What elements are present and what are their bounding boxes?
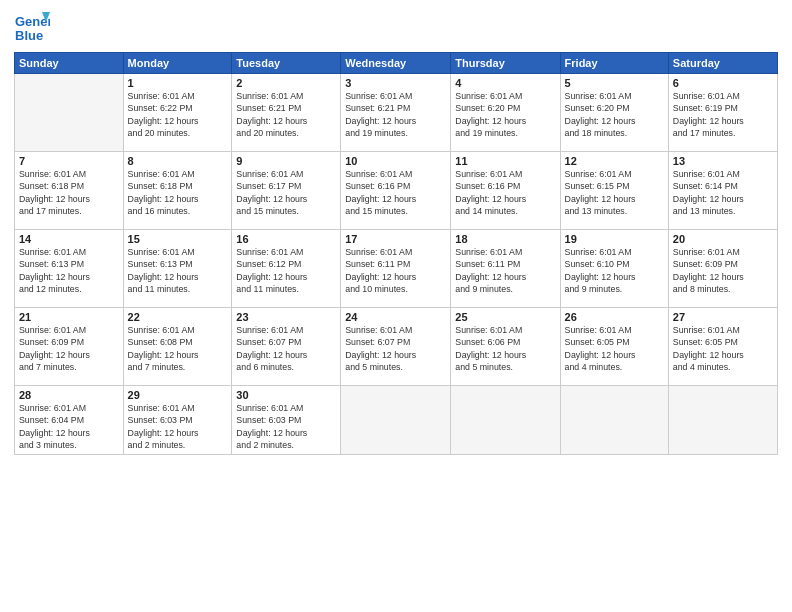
day-info: Sunrise: 6:01 AM Sunset: 6:03 PM Dayligh… [128, 402, 228, 451]
calendar-cell: 1Sunrise: 6:01 AM Sunset: 6:22 PM Daylig… [123, 74, 232, 152]
calendar-cell [451, 386, 560, 455]
calendar-cell [15, 74, 124, 152]
calendar-cell [341, 386, 451, 455]
calendar-cell: 7Sunrise: 6:01 AM Sunset: 6:18 PM Daylig… [15, 152, 124, 230]
day-number: 16 [236, 233, 336, 245]
day-of-week-header: Wednesday [341, 53, 451, 74]
day-info: Sunrise: 6:01 AM Sunset: 6:17 PM Dayligh… [236, 168, 336, 217]
day-info: Sunrise: 6:01 AM Sunset: 6:07 PM Dayligh… [345, 324, 446, 373]
calendar-cell: 28Sunrise: 6:01 AM Sunset: 6:04 PM Dayli… [15, 386, 124, 455]
day-number: 15 [128, 233, 228, 245]
calendar-cell: 6Sunrise: 6:01 AM Sunset: 6:19 PM Daylig… [668, 74, 777, 152]
day-info: Sunrise: 6:01 AM Sunset: 6:05 PM Dayligh… [565, 324, 664, 373]
day-info: Sunrise: 6:01 AM Sunset: 6:03 PM Dayligh… [236, 402, 336, 451]
day-number: 9 [236, 155, 336, 167]
day-number: 24 [345, 311, 446, 323]
day-info: Sunrise: 6:01 AM Sunset: 6:13 PM Dayligh… [128, 246, 228, 295]
day-number: 22 [128, 311, 228, 323]
day-number: 7 [19, 155, 119, 167]
day-info: Sunrise: 6:01 AM Sunset: 6:18 PM Dayligh… [19, 168, 119, 217]
calendar-cell: 4Sunrise: 6:01 AM Sunset: 6:20 PM Daylig… [451, 74, 560, 152]
day-number: 28 [19, 389, 119, 401]
day-number: 27 [673, 311, 773, 323]
day-of-week-header: Thursday [451, 53, 560, 74]
day-of-week-header: Sunday [15, 53, 124, 74]
calendar-cell: 5Sunrise: 6:01 AM Sunset: 6:20 PM Daylig… [560, 74, 668, 152]
calendar-cell: 14Sunrise: 6:01 AM Sunset: 6:13 PM Dayli… [15, 230, 124, 308]
calendar-table: SundayMondayTuesdayWednesdayThursdayFrid… [14, 52, 778, 455]
day-of-week-header: Tuesday [232, 53, 341, 74]
day-number: 4 [455, 77, 555, 89]
calendar-cell [668, 386, 777, 455]
calendar-cell: 24Sunrise: 6:01 AM Sunset: 6:07 PM Dayli… [341, 308, 451, 386]
day-number: 19 [565, 233, 664, 245]
day-number: 11 [455, 155, 555, 167]
day-number: 6 [673, 77, 773, 89]
calendar-cell: 20Sunrise: 6:01 AM Sunset: 6:09 PM Dayli… [668, 230, 777, 308]
day-number: 1 [128, 77, 228, 89]
calendar-cell: 18Sunrise: 6:01 AM Sunset: 6:11 PM Dayli… [451, 230, 560, 308]
calendar-cell: 2Sunrise: 6:01 AM Sunset: 6:21 PM Daylig… [232, 74, 341, 152]
day-info: Sunrise: 6:01 AM Sunset: 6:20 PM Dayligh… [455, 90, 555, 139]
day-of-week-header: Saturday [668, 53, 777, 74]
day-number: 14 [19, 233, 119, 245]
calendar-cell: 13Sunrise: 6:01 AM Sunset: 6:14 PM Dayli… [668, 152, 777, 230]
day-info: Sunrise: 6:01 AM Sunset: 6:15 PM Dayligh… [565, 168, 664, 217]
day-info: Sunrise: 6:01 AM Sunset: 6:19 PM Dayligh… [673, 90, 773, 139]
day-info: Sunrise: 6:01 AM Sunset: 6:21 PM Dayligh… [345, 90, 446, 139]
day-of-week-header: Friday [560, 53, 668, 74]
calendar-cell: 29Sunrise: 6:01 AM Sunset: 6:03 PM Dayli… [123, 386, 232, 455]
calendar-cell: 27Sunrise: 6:01 AM Sunset: 6:05 PM Dayli… [668, 308, 777, 386]
day-number: 29 [128, 389, 228, 401]
day-info: Sunrise: 6:01 AM Sunset: 6:11 PM Dayligh… [455, 246, 555, 295]
calendar-cell: 26Sunrise: 6:01 AM Sunset: 6:05 PM Dayli… [560, 308, 668, 386]
day-number: 20 [673, 233, 773, 245]
calendar-cell: 15Sunrise: 6:01 AM Sunset: 6:13 PM Dayli… [123, 230, 232, 308]
calendar-cell: 3Sunrise: 6:01 AM Sunset: 6:21 PM Daylig… [341, 74, 451, 152]
day-number: 13 [673, 155, 773, 167]
logo-svg: General Blue [14, 10, 50, 46]
day-info: Sunrise: 6:01 AM Sunset: 6:21 PM Dayligh… [236, 90, 336, 139]
day-of-week-header: Monday [123, 53, 232, 74]
calendar-cell [560, 386, 668, 455]
day-info: Sunrise: 6:01 AM Sunset: 6:14 PM Dayligh… [673, 168, 773, 217]
day-info: Sunrise: 6:01 AM Sunset: 6:09 PM Dayligh… [19, 324, 119, 373]
calendar-cell: 10Sunrise: 6:01 AM Sunset: 6:16 PM Dayli… [341, 152, 451, 230]
calendar-cell: 23Sunrise: 6:01 AM Sunset: 6:07 PM Dayli… [232, 308, 341, 386]
calendar-cell: 22Sunrise: 6:01 AM Sunset: 6:08 PM Dayli… [123, 308, 232, 386]
day-number: 18 [455, 233, 555, 245]
day-info: Sunrise: 6:01 AM Sunset: 6:04 PM Dayligh… [19, 402, 119, 451]
day-number: 8 [128, 155, 228, 167]
calendar-cell: 17Sunrise: 6:01 AM Sunset: 6:11 PM Dayli… [341, 230, 451, 308]
day-info: Sunrise: 6:01 AM Sunset: 6:22 PM Dayligh… [128, 90, 228, 139]
day-number: 5 [565, 77, 664, 89]
day-info: Sunrise: 6:01 AM Sunset: 6:11 PM Dayligh… [345, 246, 446, 295]
day-number: 12 [565, 155, 664, 167]
page-header: General Blue [14, 10, 778, 46]
day-number: 25 [455, 311, 555, 323]
day-info: Sunrise: 6:01 AM Sunset: 6:12 PM Dayligh… [236, 246, 336, 295]
day-number: 26 [565, 311, 664, 323]
day-info: Sunrise: 6:01 AM Sunset: 6:16 PM Dayligh… [455, 168, 555, 217]
day-info: Sunrise: 6:01 AM Sunset: 6:07 PM Dayligh… [236, 324, 336, 373]
day-info: Sunrise: 6:01 AM Sunset: 6:08 PM Dayligh… [128, 324, 228, 373]
day-number: 23 [236, 311, 336, 323]
calendar-cell: 16Sunrise: 6:01 AM Sunset: 6:12 PM Dayli… [232, 230, 341, 308]
day-info: Sunrise: 6:01 AM Sunset: 6:20 PM Dayligh… [565, 90, 664, 139]
day-info: Sunrise: 6:01 AM Sunset: 6:09 PM Dayligh… [673, 246, 773, 295]
day-info: Sunrise: 6:01 AM Sunset: 6:10 PM Dayligh… [565, 246, 664, 295]
day-number: 30 [236, 389, 336, 401]
day-number: 3 [345, 77, 446, 89]
logo: General Blue [14, 10, 50, 46]
calendar-cell: 9Sunrise: 6:01 AM Sunset: 6:17 PM Daylig… [232, 152, 341, 230]
calendar-cell: 8Sunrise: 6:01 AM Sunset: 6:18 PM Daylig… [123, 152, 232, 230]
calendar-cell: 25Sunrise: 6:01 AM Sunset: 6:06 PM Dayli… [451, 308, 560, 386]
calendar-cell: 12Sunrise: 6:01 AM Sunset: 6:15 PM Dayli… [560, 152, 668, 230]
calendar-header-row: SundayMondayTuesdayWednesdayThursdayFrid… [15, 53, 778, 74]
day-info: Sunrise: 6:01 AM Sunset: 6:16 PM Dayligh… [345, 168, 446, 217]
day-info: Sunrise: 6:01 AM Sunset: 6:06 PM Dayligh… [455, 324, 555, 373]
day-number: 10 [345, 155, 446, 167]
day-number: 17 [345, 233, 446, 245]
calendar-cell: 19Sunrise: 6:01 AM Sunset: 6:10 PM Dayli… [560, 230, 668, 308]
day-info: Sunrise: 6:01 AM Sunset: 6:13 PM Dayligh… [19, 246, 119, 295]
